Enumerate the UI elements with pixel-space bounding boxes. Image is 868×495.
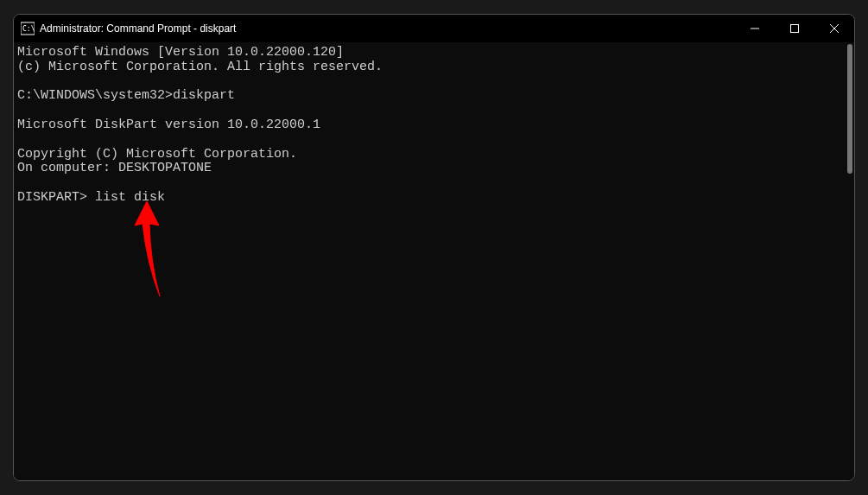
close-button[interactable] xyxy=(814,15,854,42)
terminal-content[interactable]: Microsoft Windows [Version 10.0.22000.12… xyxy=(14,42,854,480)
terminal-line: Microsoft Windows [Version 10.0.22000.12… xyxy=(17,45,344,60)
terminal-line: C:\WINDOWS\system32>diskpart xyxy=(17,88,235,103)
terminal-line: (c) Microsoft Corporation. All rights re… xyxy=(17,60,383,74)
titlebar[interactable]: C:\ Administrator: Command Prompt - disk… xyxy=(14,15,854,42)
svg-rect-3 xyxy=(791,25,799,33)
svg-text:C:\: C:\ xyxy=(22,25,35,33)
cmd-icon: C:\ xyxy=(21,22,35,35)
terminal-line: DISKPART> list disk xyxy=(17,190,165,205)
terminal-line: Copyright (C) Microsoft Corporation. xyxy=(17,147,297,162)
terminal-line: On computer: DESKTOPATONE xyxy=(17,161,212,175)
terminal-line: Microsoft DiskPart version 10.0.22000.1 xyxy=(17,117,320,132)
scrollbar-thumb[interactable] xyxy=(847,44,852,174)
command-prompt-window: C:\ Administrator: Command Prompt - disk… xyxy=(13,14,855,481)
minimize-button[interactable] xyxy=(735,15,775,42)
window-title: Administrator: Command Prompt - diskpart xyxy=(40,22,735,35)
window-controls xyxy=(735,15,854,42)
maximize-button[interactable] xyxy=(775,15,814,42)
